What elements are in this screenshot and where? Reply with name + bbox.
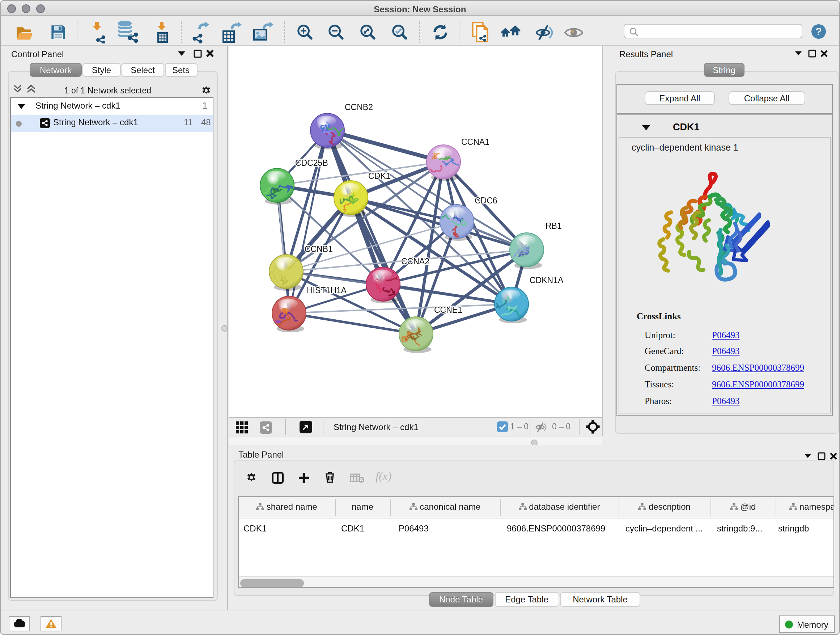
- svg-text:CCNE1: CCNE1: [434, 305, 462, 315]
- svg-text:RB1: RB1: [546, 221, 562, 231]
- svg-text:CCNB1: CCNB1: [305, 244, 333, 254]
- svg-text:CDC6: CDC6: [475, 196, 497, 205]
- svg-text:CDKN1A: CDKN1A: [530, 276, 564, 285]
- svg-text:CCNA2: CCNA2: [401, 257, 429, 266]
- svg-text:HIST1H1A: HIST1H1A: [307, 286, 347, 295]
- svg-text:CDK1: CDK1: [368, 171, 390, 181]
- svg-text:CCNB2: CCNB2: [345, 103, 373, 112]
- svg-text:CDC25B: CDC25B: [295, 158, 328, 168]
- svg-text:CCNA1: CCNA1: [461, 137, 489, 147]
- svg-text:?: ?: [815, 25, 822, 37]
